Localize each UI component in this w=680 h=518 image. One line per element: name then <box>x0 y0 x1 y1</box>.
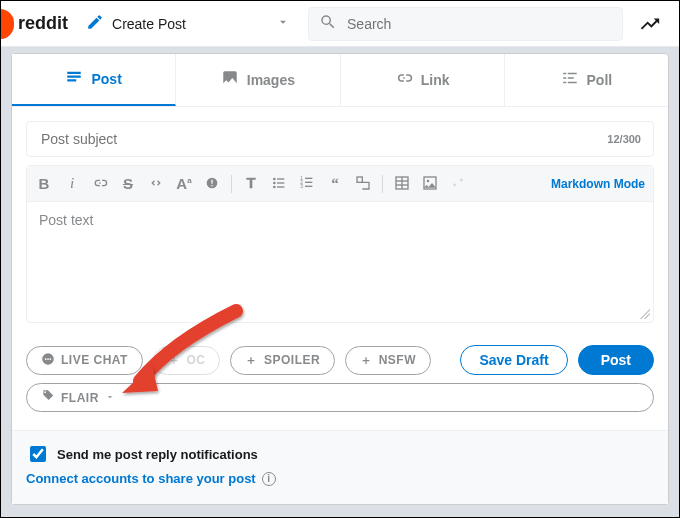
notify-label: Send me post reply notifications <box>57 447 258 462</box>
bullet-list-icon[interactable] <box>270 175 288 193</box>
community-picker[interactable]: Create Post <box>78 7 298 40</box>
subject-field[interactable]: 12/300 <box>26 121 654 157</box>
chat-icon <box>41 352 55 369</box>
tag-row: LIVE CHAT ＋ OC ＋ SPOILER ＋ NSFW Save Dra… <box>12 323 668 383</box>
editor-toolbar: B i S Aa 123 “ <box>27 166 653 202</box>
spoiler-pill[interactable]: ＋ SPOILER <box>230 346 335 375</box>
svg-rect-2 <box>211 185 212 186</box>
tag-icon <box>41 389 55 406</box>
livechat-label: LIVE CHAT <box>61 353 128 367</box>
oc-label: OC <box>186 353 205 367</box>
tab-post[interactable]: Post <box>12 54 176 106</box>
italic-icon[interactable]: i <box>63 176 81 191</box>
livechat-pill[interactable]: LIVE CHAT <box>26 346 143 375</box>
svg-rect-12 <box>305 181 312 182</box>
post-body-placeholder: Post text <box>39 212 93 228</box>
number-list-icon[interactable]: 123 <box>298 175 316 193</box>
caret-down-icon <box>105 391 115 405</box>
svg-point-5 <box>273 181 276 184</box>
svg-rect-15 <box>357 177 362 182</box>
trending-icon[interactable] <box>633 13 667 35</box>
search-box[interactable] <box>308 7 623 41</box>
tab-poll-label: Poll <box>587 72 613 88</box>
svg-text:3: 3 <box>300 184 303 189</box>
insert-image-icon[interactable] <box>421 175 439 193</box>
plus-icon: ＋ <box>168 352 181 369</box>
strike-icon[interactable]: S <box>119 176 137 191</box>
link-icon <box>395 69 413 91</box>
spoiler-label: SPOILER <box>264 353 320 367</box>
oc-pill[interactable]: ＋ OC <box>153 346 221 375</box>
post-footer: Send me post reply notifications Connect… <box>12 431 668 504</box>
plus-icon: ＋ <box>360 352 373 369</box>
search-icon <box>319 13 337 35</box>
reddit-wordmark: reddit <box>18 13 68 34</box>
codeblock-icon[interactable] <box>354 175 372 193</box>
svg-rect-4 <box>277 178 284 179</box>
image-icon <box>221 69 239 91</box>
post-editor: B i S Aa 123 “ <box>26 165 654 323</box>
chevron-down-icon <box>276 15 290 32</box>
poll-icon <box>561 69 579 91</box>
svg-point-23 <box>45 358 47 360</box>
toolbar-separator <box>382 175 383 193</box>
connect-accounts-link[interactable]: Connect accounts to share your post i <box>26 471 654 486</box>
svg-point-21 <box>427 179 430 182</box>
tab-link-label: Link <box>421 72 450 88</box>
community-picker-label: Create Post <box>112 16 186 32</box>
post-body-input[interactable]: Post text <box>27 202 653 322</box>
nsfw-pill[interactable]: ＋ NSFW <box>345 346 431 375</box>
plus-icon: ＋ <box>245 352 258 369</box>
nsfw-label: NSFW <box>379 353 416 367</box>
bold-icon[interactable]: B <box>35 176 53 191</box>
notify-checkbox-row[interactable]: Send me post reply notifications <box>26 443 654 465</box>
markdown-mode-toggle[interactable]: Markdown Mode <box>551 177 645 191</box>
flair-pill[interactable]: FLAIR <box>26 383 654 412</box>
app-header: reddit Create Post <box>1 1 679 47</box>
svg-rect-6 <box>277 182 284 183</box>
flair-label: FLAIR <box>61 391 99 405</box>
reddit-logo[interactable]: reddit <box>13 9 68 39</box>
create-post-card: Post Images Link Poll <box>11 53 669 505</box>
toolbar-separator <box>231 175 232 193</box>
post-button[interactable]: Post <box>578 345 654 375</box>
tab-poll[interactable]: Poll <box>505 54 668 106</box>
svg-point-3 <box>273 177 276 180</box>
spoiler-tool-icon[interactable] <box>203 175 221 193</box>
search-input[interactable] <box>345 15 612 33</box>
notify-checkbox[interactable] <box>30 446 46 462</box>
post-type-tabs: Post Images Link Poll <box>12 54 668 107</box>
link-tool-icon[interactable] <box>91 175 109 193</box>
tab-link[interactable]: Link <box>341 54 505 106</box>
svg-point-7 <box>273 185 276 188</box>
tab-images[interactable]: Images <box>176 54 340 106</box>
info-icon: i <box>262 472 276 486</box>
svg-rect-14 <box>305 185 312 186</box>
subject-counter: 12/300 <box>607 133 641 145</box>
svg-rect-8 <box>277 186 284 187</box>
table-icon[interactable] <box>393 175 411 193</box>
svg-rect-10 <box>305 177 312 178</box>
tab-post-label: Post <box>91 71 121 87</box>
code-icon[interactable] <box>147 175 165 193</box>
page-body: Post Images Link Poll <box>1 47 679 517</box>
heading-icon[interactable] <box>242 175 260 193</box>
tab-images-label: Images <box>247 72 295 88</box>
svg-point-24 <box>47 358 49 360</box>
more-tool-icon[interactable] <box>449 175 467 193</box>
save-draft-button[interactable]: Save Draft <box>460 345 567 375</box>
svg-rect-1 <box>211 179 212 183</box>
connect-label: Connect accounts to share your post <box>26 471 256 486</box>
post-icon <box>65 68 83 90</box>
superscript-icon[interactable]: Aa <box>175 176 193 191</box>
pencil-icon <box>86 13 104 34</box>
svg-point-25 <box>49 358 51 360</box>
reddit-logo-icon <box>0 9 14 39</box>
quote-icon[interactable]: “ <box>326 176 344 191</box>
subject-input[interactable] <box>39 130 607 148</box>
